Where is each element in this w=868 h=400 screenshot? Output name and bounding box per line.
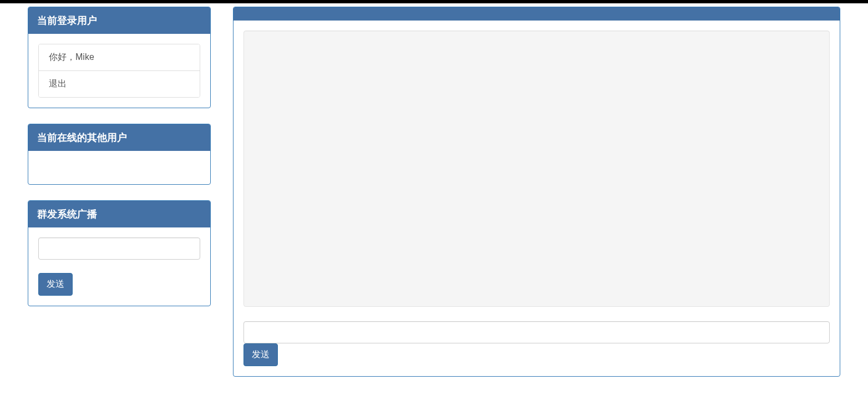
broadcast-panel-heading: 群发系统广播 [28, 201, 210, 227]
online-users-panel-body [28, 151, 210, 184]
logout-link[interactable]: 退出 [39, 71, 200, 97]
broadcast-send-button[interactable]: 发送 [38, 273, 73, 296]
sidebar: 当前登录用户 你好，Mike 退出 当前在线的其他用户 群发系统广播 发送 [28, 7, 211, 377]
chat-send-button[interactable]: 发送 [243, 343, 278, 366]
current-user-panel-body: 你好，Mike 退出 [28, 34, 210, 108]
chat-column: 发送 [233, 7, 840, 377]
main-container: 当前登录用户 你好，Mike 退出 当前在线的其他用户 群发系统广播 发送 [0, 3, 868, 388]
current-user-panel: 当前登录用户 你好，Mike 退出 [28, 7, 211, 108]
chat-panel-heading [234, 7, 840, 21]
online-users-panel: 当前在线的其他用户 [28, 124, 211, 185]
chat-panel-body: 发送 [234, 21, 840, 376]
online-users-panel-heading: 当前在线的其他用户 [28, 124, 210, 151]
chat-messages-area [243, 31, 830, 307]
chat-input[interactable] [243, 321, 830, 343]
broadcast-panel: 群发系统广播 发送 [28, 200, 211, 306]
broadcast-input[interactable] [38, 237, 200, 260]
chat-panel: 发送 [233, 7, 840, 377]
chat-input-row: 发送 [243, 321, 830, 366]
broadcast-panel-body: 发送 [28, 227, 210, 306]
current-user-panel-heading: 当前登录用户 [28, 7, 210, 34]
greeting-item: 你好，Mike [39, 44, 200, 71]
current-user-list: 你好，Mike 退出 [38, 44, 200, 98]
